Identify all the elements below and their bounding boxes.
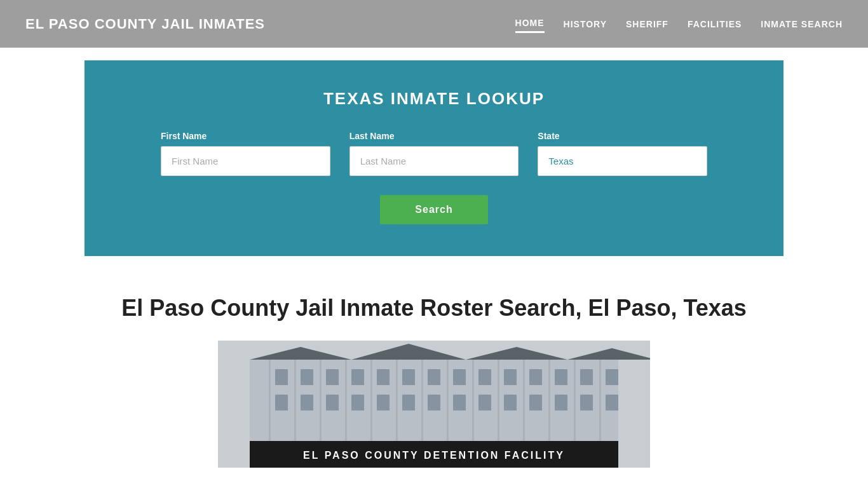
svg-rect-42 (580, 395, 593, 410)
svg-rect-36 (428, 395, 440, 410)
svg-rect-2 (269, 360, 271, 449)
svg-rect-29 (606, 369, 618, 385)
svg-rect-37 (453, 395, 466, 410)
svg-rect-10 (472, 360, 474, 449)
svg-rect-8 (421, 360, 423, 449)
svg-rect-18 (326, 369, 339, 385)
site-title: EL PASO COUNTY JAIL INMATES (25, 16, 265, 32)
search-title: TEXAS INMATE LOOKUP (161, 89, 707, 109)
main-content: El Paso County Jail Inmate Roster Search… (0, 269, 868, 480)
svg-rect-25 (504, 369, 517, 385)
svg-rect-26 (529, 369, 542, 385)
svg-rect-39 (504, 395, 517, 410)
search-fields: First Name Last Name State (161, 131, 707, 176)
nav-item-sheriff[interactable]: SHERIFF (626, 16, 668, 32)
svg-rect-19 (351, 369, 364, 385)
svg-rect-12 (523, 360, 525, 449)
svg-rect-23 (453, 369, 466, 385)
svg-rect-3 (294, 360, 296, 449)
building-image-container: EL PASO COUNTY DETENTION FACILITY (83, 341, 785, 468)
last-name-input[interactable] (349, 146, 519, 176)
svg-rect-41 (555, 395, 567, 410)
svg-rect-27 (555, 369, 567, 385)
nav-item-facilities[interactable]: FACILITIES (688, 16, 742, 32)
svg-rect-34 (377, 395, 390, 410)
building-svg: EL PASO COUNTY DETENTION FACILITY (218, 341, 650, 468)
svg-rect-38 (478, 395, 491, 410)
last-name-field-group: Last Name (349, 131, 519, 176)
page-heading: El Paso County Jail Inmate Roster Search… (83, 294, 785, 322)
first-name-input[interactable] (161, 146, 330, 176)
svg-rect-43 (606, 395, 618, 410)
svg-rect-21 (402, 369, 415, 385)
svg-rect-14 (574, 360, 576, 449)
svg-rect-32 (326, 395, 339, 410)
svg-rect-11 (498, 360, 499, 449)
svg-rect-31 (301, 395, 313, 410)
svg-rect-20 (377, 369, 390, 385)
svg-rect-9 (447, 360, 449, 449)
state-label: State (538, 131, 707, 141)
svg-rect-16 (275, 369, 288, 385)
state-input[interactable] (538, 146, 707, 176)
svg-rect-33 (351, 395, 364, 410)
site-header: EL PASO COUNTY JAIL INMATES HOME HISTORY… (0, 0, 868, 48)
nav-item-home[interactable]: HOME (515, 15, 545, 33)
svg-text:EL PASO COUNTY DETENTION FACIL: EL PASO COUNTY DETENTION FACILITY (303, 450, 565, 461)
svg-rect-22 (428, 369, 440, 385)
main-nav: HOME HISTORY SHERIFF FACILITIES INMATE S… (515, 15, 843, 33)
svg-rect-40 (529, 395, 542, 410)
svg-rect-4 (320, 360, 322, 449)
first-name-field-group: First Name (161, 131, 330, 176)
last-name-label: Last Name (349, 131, 519, 141)
search-button-container: Search (161, 195, 707, 224)
svg-rect-24 (478, 369, 491, 385)
state-field-group: State (538, 131, 707, 176)
svg-rect-5 (345, 360, 347, 449)
search-section-wrapper: TEXAS INMATE LOOKUP First Name Last Name… (0, 48, 868, 269)
svg-rect-7 (396, 360, 398, 449)
svg-rect-17 (301, 369, 313, 385)
building-image: EL PASO COUNTY DETENTION FACILITY (218, 341, 650, 468)
svg-rect-35 (402, 395, 415, 410)
svg-rect-15 (599, 360, 601, 449)
nav-item-history[interactable]: HISTORY (564, 16, 607, 32)
svg-rect-13 (548, 360, 550, 449)
nav-item-inmate-search[interactable]: INMATE SEARCH (761, 16, 843, 32)
first-name-label: First Name (161, 131, 330, 141)
svg-rect-6 (370, 360, 372, 449)
search-button[interactable]: Search (380, 195, 487, 224)
svg-rect-30 (275, 395, 288, 410)
search-box: TEXAS INMATE LOOKUP First Name Last Name… (85, 60, 783, 256)
svg-rect-28 (580, 369, 593, 385)
